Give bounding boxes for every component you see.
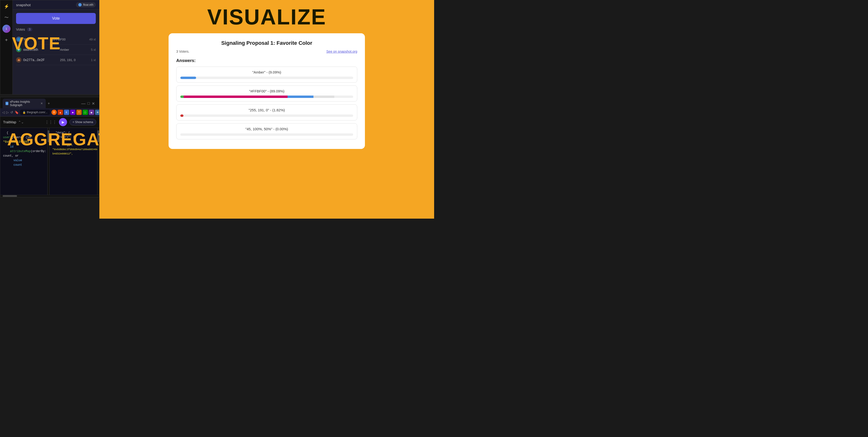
address-text: thegraph.com/... [27, 111, 48, 114]
brave-icon[interactable]: B [52, 110, 57, 115]
lightning-icon[interactable]: ⚡ [3, 3, 10, 10]
scrollbar-horizontal[interactable] [0, 195, 99, 197]
aggregate-label: AGGREGATE [7, 129, 121, 149]
chevron-icon: ⌃⌄ [18, 120, 24, 124]
code-line: b4d32e00012", [53, 152, 94, 156]
ext-icon-5[interactable]: ⬡ [83, 110, 88, 115]
bar-multi [180, 96, 334, 98]
eth-badge: floar.eth [76, 2, 96, 7]
minimize-icon[interactable]: — [81, 101, 86, 106]
tab-label: xPunks Insights Subgraph [10, 100, 39, 107]
vote-power: 5 xl [91, 48, 96, 52]
traitmap-select[interactable]: TraitMap ⌃⌄ [3, 120, 24, 124]
answer-label: "#FFBF00" - (89.09%) [180, 89, 353, 93]
bar-track [180, 115, 353, 117]
vote-choice: Amber [60, 48, 69, 52]
avatar[interactable]: 1 [2, 25, 10, 33]
editor-actions: ⋮⋮⋮ ▶ < Show schema [45, 118, 96, 126]
bar-segment-green [180, 96, 184, 98]
bar-segment-light [313, 96, 334, 98]
ext-icon-3[interactable]: ■ [70, 110, 75, 115]
editor-toolbar: TraitMap ⌃⌄ ⋮⋮⋮ ▶ < Show schema [0, 117, 99, 128]
bar-segment-blue [287, 96, 313, 98]
proposal-meta: 3 Voters. See on snapshot.org [176, 50, 357, 53]
vote-button[interactable]: Vote [16, 13, 96, 24]
vote-choice: 255, 191, 0 [60, 58, 76, 62]
browser-controls: ◁ ▷ ↺ 🔖 🔒 thegraph.com/... B ▲ K ■ T ⬡ ◆… [0, 108, 99, 117]
activity-icon[interactable]: 〜 [3, 14, 10, 21]
votes-label: Votes [16, 27, 25, 31]
maximize-icon[interactable]: □ [87, 101, 90, 105]
answer-card: "#FFBF00" - (89.09%) [176, 86, 357, 101]
visualize-title: VISUALIZE [207, 5, 326, 29]
eth-dot [78, 3, 82, 6]
ext-icon-1[interactable]: ▲ [58, 110, 63, 115]
ext-icon-6[interactable]: ◆ [89, 110, 94, 115]
votes-header: Votes 3 [16, 27, 96, 31]
show-schema-button[interactable]: < Show schema [69, 119, 96, 125]
vote-power: 1 xl [91, 58, 96, 62]
new-tab-icon[interactable]: + [46, 100, 52, 106]
ext-icon-2[interactable]: K [64, 110, 69, 115]
traitmap-label: TraitMap [3, 120, 16, 124]
answer-card: "Amber" - (9.09%) [176, 67, 357, 83]
votes-badge: 3 [27, 28, 33, 31]
address-bar[interactable]: 🔒 thegraph.com/... [20, 110, 50, 115]
proposal-title: Signaling Proposal 1: Favorite Color [176, 40, 357, 46]
answer-label: "45, 100%, 50%" - (0.00%) [180, 127, 353, 131]
bar-fill [180, 76, 196, 79]
back-button[interactable]: ◁ [2, 110, 5, 115]
eth-user: floar.eth [83, 3, 93, 6]
right-panel: VISUALIZE Signaling Proposal 1: Favorite… [99, 0, 434, 219]
add-icon[interactable]: + [3, 36, 10, 44]
bar-fill [180, 115, 183, 117]
vote-power: 49 xl [89, 38, 96, 41]
answer-label: "255, 191, 0" - (1.82%) [180, 108, 353, 112]
code-line: count [3, 163, 44, 167]
snapshot-header: snapshot floar.eth [13, 0, 99, 9]
refresh-button[interactable]: ↺ [10, 110, 13, 115]
see-on-snapshot-link[interactable]: See on snapshot.org [327, 50, 357, 53]
snapshot-title: snapshot [16, 3, 31, 7]
user-name: 0x277a...0e2F [23, 58, 45, 62]
lock-icon: 🔒 [23, 111, 26, 114]
bar-track [180, 96, 353, 98]
code-line: value [3, 158, 44, 163]
bookmark-icon[interactable]: 🔖 [14, 110, 19, 115]
tab-favicon: G [5, 102, 8, 105]
tab-close-icon[interactable]: ✕ [40, 102, 43, 105]
code-line: attributeMap(orderBy: count, or [3, 149, 44, 158]
forward-button[interactable]: ▷ [6, 110, 9, 115]
table-row: 🦊 0x277a...0e2F 255, 191, 0 1 xl [16, 55, 96, 65]
voters-count: 3 Voters. [176, 50, 189, 53]
sidebar-nav: ⚡ 〜 1 + [0, 0, 13, 94]
proposal-card: Signaling Proposal 1: Favorite Color 3 V… [168, 33, 365, 149]
answer-card: "45, 100%, 50%" - (0.00%) [176, 123, 357, 139]
answer-card: "255, 191, 0" - (1.82%) [176, 104, 357, 120]
answer-label: "Amber" - (9.09%) [180, 70, 353, 74]
browser-tab[interactable]: G xPunks Insights Subgraph ✕ [3, 99, 46, 108]
scrollbar-thumb [3, 195, 17, 197]
left-panel: ⚡ 〜 1 + snapshot floar.eth Vote Votes 3 [0, 0, 99, 219]
ext-icon-4[interactable]: T [76, 110, 82, 115]
bar-track [180, 133, 353, 136]
bar-track [180, 76, 353, 79]
more-options-icon[interactable]: ⋮⋮⋮ [45, 120, 57, 125]
run-button[interactable]: ▶ [59, 118, 67, 126]
answers-label: Answers: [176, 58, 357, 63]
bar-segment-pink [184, 96, 287, 98]
avatar: 🦊 [16, 57, 21, 62]
browser-win-row: G xPunks Insights Subgraph ✕ + — □ ✕ [0, 97, 99, 108]
vote-user: 🦊 0x277a...0e2F [16, 57, 45, 62]
close-icon[interactable]: ✕ [92, 101, 95, 106]
vote-label: VOTE [12, 33, 61, 53]
